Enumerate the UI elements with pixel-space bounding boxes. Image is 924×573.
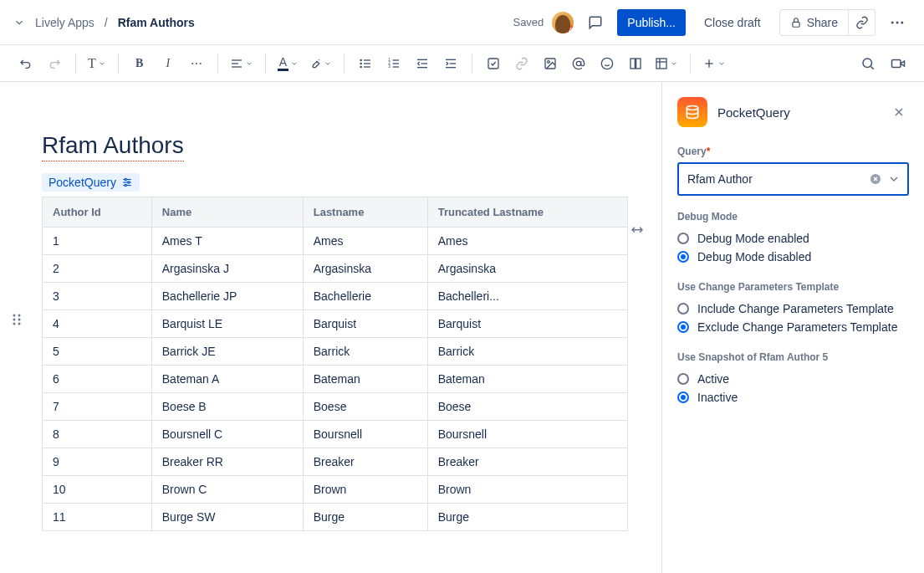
text-style-dropdown[interactable]: T: [84, 51, 110, 76]
copy-link-button[interactable]: [849, 9, 876, 36]
table-cell[interactable]: Burge: [303, 504, 427, 531]
editor-canvas[interactable]: Rfam Authors PocketQuery Author IdNameLa…: [0, 82, 661, 573]
table-cell[interactable]: Boese: [303, 393, 427, 421]
table-cell[interactable]: Argasinska: [427, 255, 627, 283]
avatar[interactable]: A: [552, 12, 574, 33]
table-cell[interactable]: 10: [43, 476, 152, 504]
drag-handle-icon[interactable]: [12, 313, 22, 326]
breadcrumb-title[interactable]: Rfam Authors: [118, 16, 195, 29]
table-cell[interactable]: Boursnell: [303, 421, 427, 448]
table-cell[interactable]: Bachellerie: [303, 283, 427, 310]
radio-debug-disabled[interactable]: Debug Mode disabled: [677, 248, 909, 266]
table-cell[interactable]: Barrick: [427, 338, 627, 366]
svg-point-47: [13, 315, 16, 317]
table-cell[interactable]: Argasinska J: [151, 255, 303, 283]
page-title[interactable]: Rfam Authors: [42, 132, 184, 161]
chevron-down-icon[interactable]: [887, 172, 901, 186]
image-icon[interactable]: [538, 51, 563, 76]
clear-icon[interactable]: [869, 172, 882, 186]
insert-dropdown[interactable]: [699, 51, 729, 76]
table-cell[interactable]: Barrick: [303, 338, 427, 366]
table-cell[interactable]: 11: [43, 504, 152, 531]
mention-icon[interactable]: [566, 51, 591, 76]
table-cell[interactable]: Breaker RR: [151, 448, 303, 476]
breadcrumb-parent[interactable]: Lively Apps: [35, 16, 94, 29]
more-format-icon[interactable]: [184, 51, 209, 76]
table-cell[interactable]: 6: [43, 366, 152, 393]
search-icon[interactable]: [855, 51, 881, 76]
table-cell[interactable]: Brown: [427, 476, 627, 504]
link-icon[interactable]: [509, 51, 534, 76]
macro-settings-icon: [121, 177, 133, 188]
table-cell[interactable]: Bachellerie JP: [151, 283, 303, 310]
layout-icon[interactable]: [623, 51, 648, 76]
table-cell[interactable]: Boursnell C: [151, 421, 303, 448]
undo-icon[interactable]: [13, 51, 38, 76]
task-icon[interactable]: [481, 51, 506, 76]
table-cell[interactable]: 3: [43, 283, 152, 310]
table-header[interactable]: Lastname: [303, 197, 427, 228]
svg-point-32: [601, 58, 612, 69]
table-cell[interactable]: Boese B: [151, 393, 303, 421]
table-cell[interactable]: Barquist LE: [151, 310, 303, 338]
italic-icon[interactable]: I: [156, 51, 181, 76]
table-cell[interactable]: Ames T: [151, 228, 303, 255]
table-cell[interactable]: Bachelleri...: [427, 283, 627, 310]
more-actions-icon[interactable]: [884, 9, 911, 36]
table-cell[interactable]: Brown C: [151, 476, 303, 504]
radio-snapshot-inactive[interactable]: Inactive: [677, 388, 909, 407]
macro-chip[interactable]: PocketQuery: [42, 173, 140, 192]
radio-debug-enabled[interactable]: Debug Mode enabled: [677, 229, 909, 248]
share-button[interactable]: Share: [779, 9, 849, 36]
table-cell[interactable]: Barquist: [303, 310, 427, 338]
redo-icon[interactable]: [42, 51, 67, 76]
table-cell[interactable]: Burge: [427, 504, 627, 531]
table-cell[interactable]: Breaker: [427, 448, 627, 476]
table-dropdown[interactable]: [651, 51, 682, 76]
table-cell[interactable]: Bateman A: [151, 366, 303, 393]
close-icon[interactable]: [889, 102, 909, 122]
table-header[interactable]: Author Id: [43, 197, 152, 228]
table-cell[interactable]: 4: [43, 310, 152, 338]
resize-handle-icon[interactable]: [630, 224, 645, 239]
table-cell[interactable]: 7: [43, 393, 152, 421]
table-header[interactable]: Name: [151, 197, 303, 228]
bold-icon[interactable]: B: [127, 51, 152, 76]
table-cell[interactable]: 1: [43, 228, 152, 255]
table-cell[interactable]: Boese: [427, 393, 627, 421]
table-cell[interactable]: 2: [43, 255, 152, 283]
table-cell[interactable]: 9: [43, 448, 152, 476]
chevron-down-icon[interactable]: [13, 17, 25, 28]
align-dropdown[interactable]: [227, 51, 257, 76]
table-cell[interactable]: Barquist: [427, 310, 627, 338]
radio-exclude-template[interactable]: Exclude Change Parameters Template: [677, 318, 909, 336]
table-cell[interactable]: 8: [43, 421, 152, 448]
table-cell[interactable]: Argasinska: [303, 255, 427, 283]
highlight-dropdown[interactable]: [305, 51, 335, 76]
table-cell[interactable]: Boursnell: [427, 421, 627, 448]
query-select[interactable]: Rfam Author: [677, 162, 909, 196]
bullet-list-icon[interactable]: [353, 51, 378, 76]
radio-snapshot-active[interactable]: Active: [677, 370, 909, 388]
table-cell[interactable]: Bateman: [303, 366, 427, 393]
table-cell[interactable]: Ames: [427, 228, 627, 255]
comments-icon[interactable]: [582, 9, 609, 36]
app-icon: [677, 97, 707, 127]
text-color-dropdown[interactable]: A: [274, 51, 302, 76]
close-draft-button[interactable]: Close draft: [694, 9, 771, 36]
table-cell[interactable]: Barrick JE: [151, 338, 303, 366]
emoji-icon[interactable]: [595, 51, 620, 76]
radio-include-template[interactable]: Include Change Parameters Template: [677, 299, 909, 318]
outdent-icon[interactable]: [410, 51, 435, 76]
video-icon[interactable]: [886, 51, 911, 76]
table-header[interactable]: Truncated Lastname: [427, 197, 627, 228]
table-cell[interactable]: Brown: [303, 476, 427, 504]
numbered-list-icon[interactable]: 123: [381, 51, 406, 76]
table-cell[interactable]: Ames: [303, 228, 427, 255]
table-cell[interactable]: Burge SW: [151, 504, 303, 531]
indent-icon[interactable]: [438, 51, 463, 76]
table-cell[interactable]: Breaker: [303, 448, 427, 476]
publish-button[interactable]: Publish...: [617, 9, 686, 36]
table-cell[interactable]: 5: [43, 338, 152, 366]
table-cell[interactable]: Bateman: [427, 366, 627, 393]
